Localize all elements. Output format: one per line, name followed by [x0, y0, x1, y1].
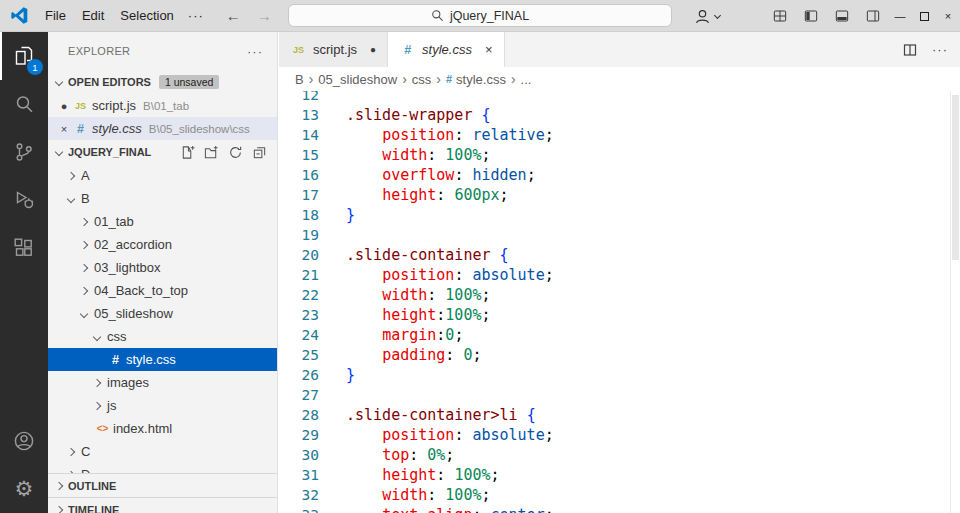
- tree-item[interactable]: 02_accordion: [48, 233, 277, 256]
- code-line[interactable]: 20.slide-container {: [279, 245, 950, 265]
- close-editor-icon[interactable]: ×: [56, 123, 72, 135]
- customize-layout-icon[interactable]: [764, 0, 795, 32]
- code-line[interactable]: 17 height: 600px;: [279, 185, 950, 205]
- open-editor-item[interactable]: ●JSscript.jsB\01_tab: [48, 94, 277, 117]
- open-editor-item[interactable]: ×#style.cssB\05_slideshow\css: [48, 117, 277, 140]
- activity-bar: 1 ⚙: [0, 32, 48, 513]
- code-line[interactable]: 29 position: absolute;: [279, 425, 950, 445]
- breadcrumb-item[interactable]: B: [295, 72, 304, 87]
- explorer-more-actions-icon[interactable]: ···: [247, 44, 263, 59]
- code-line[interactable]: 22 width: 100%;: [279, 285, 950, 305]
- open-editor-path: B\05_slideshow\css: [149, 123, 250, 135]
- code-line[interactable]: 18}: [279, 205, 950, 225]
- tab-label: style.css: [422, 42, 472, 57]
- code-line[interactable]: 13.slide-wrapper {: [279, 105, 950, 125]
- code-line[interactable]: 24 margin:0;: [279, 325, 950, 345]
- tree-item[interactable]: A: [48, 164, 277, 187]
- tree-item[interactable]: 03_lightbox: [48, 256, 277, 279]
- file-tree: AB01_tab02_accordion03_lightbox04_Back_t…: [48, 164, 277, 473]
- breadcrumb-item[interactable]: 05_slideshow: [318, 72, 397, 87]
- maximize-button[interactable]: [912, 0, 936, 32]
- code-text: position: relative;: [346, 126, 554, 144]
- breadcrumb-item[interactable]: #style.css: [446, 72, 506, 87]
- chevron-down-icon: [55, 78, 63, 86]
- code-text: margin:0;: [346, 326, 463, 344]
- forward-icon[interactable]: →: [257, 7, 272, 24]
- code-line[interactable]: 23 height:100%;: [279, 305, 950, 325]
- toggle-panel-icon[interactable]: [826, 0, 857, 32]
- split-editor-icon[interactable]: [902, 42, 918, 58]
- code-line[interactable]: 26}: [279, 365, 950, 385]
- menu-file[interactable]: File: [37, 5, 74, 26]
- code-line[interactable]: 28.slide-container>li {: [279, 405, 950, 425]
- menu-more-icon[interactable]: ···: [182, 5, 210, 26]
- tab-style-css[interactable]: #style.css×: [388, 32, 504, 67]
- tree-item[interactable]: js: [48, 394, 277, 417]
- refresh-icon[interactable]: [228, 145, 243, 160]
- tree-item[interactable]: B: [48, 187, 277, 210]
- code-line[interactable]: 16 overflow: hidden;: [279, 165, 950, 185]
- menu-selection[interactable]: Selection: [112, 5, 181, 26]
- run-debug-icon[interactable]: [0, 176, 48, 224]
- tree-item[interactable]: D: [48, 463, 277, 473]
- collapse-all-icon[interactable]: [252, 145, 267, 160]
- code-line[interactable]: 19: [279, 225, 950, 245]
- code-line[interactable]: 21 position: absolute;: [279, 265, 950, 285]
- scrollbar-thumb[interactable]: [952, 95, 959, 260]
- breadcrumb-item[interactable]: ...: [521, 72, 532, 87]
- tree-item[interactable]: <>index.html: [48, 417, 277, 440]
- code-line[interactable]: 27: [279, 385, 950, 405]
- css-file-icon: #: [107, 353, 124, 367]
- account-icon[interactable]: [0, 417, 48, 465]
- code-line[interactable]: 15 width: 100%;: [279, 145, 950, 165]
- minimize-button[interactable]: —: [888, 0, 912, 32]
- toggle-primary-sidebar-icon[interactable]: [795, 0, 826, 32]
- new-folder-icon[interactable]: [204, 145, 219, 160]
- tree-item[interactable]: #style.css: [48, 348, 277, 371]
- new-file-icon[interactable]: [180, 145, 195, 160]
- account-menu[interactable]: [693, 7, 720, 26]
- outline-header[interactable]: OUTLINE: [48, 473, 277, 497]
- tree-item[interactable]: 04_Back_to_top: [48, 279, 277, 302]
- tree-item[interactable]: 01_tab: [48, 210, 277, 233]
- line-number: 18: [279, 207, 319, 223]
- tab-script-js[interactable]: JSscript.js●: [279, 32, 388, 67]
- chevron-down-icon: [80, 309, 88, 317]
- code-line[interactable]: 14 position: relative;: [279, 125, 950, 145]
- tree-item[interactable]: 05_slideshow: [48, 302, 277, 325]
- command-center-search[interactable]: jQuery_FINAL: [288, 4, 672, 27]
- close-window-button[interactable]: ×: [936, 0, 960, 32]
- settings-gear-icon[interactable]: ⚙: [0, 465, 48, 513]
- code-line[interactable]: 32 width: 100%;: [279, 485, 950, 505]
- code-line[interactable]: 25 padding: 0;: [279, 345, 950, 365]
- explorer-icon[interactable]: 1: [0, 32, 48, 80]
- search-sidebar-icon[interactable]: [0, 80, 48, 128]
- source-control-icon[interactable]: [0, 128, 48, 176]
- close-tab-icon[interactable]: ×: [485, 42, 493, 57]
- chevron-right-icon: [80, 217, 88, 225]
- breadcrumb-item[interactable]: css: [412, 72, 432, 87]
- tree-item[interactable]: C: [48, 440, 277, 463]
- breadcrumb-label: 05_slideshow: [318, 72, 397, 87]
- timeline-header[interactable]: TIMELINE: [48, 497, 277, 513]
- tabs: JSscript.js●#style.css×: [279, 32, 505, 67]
- code-line[interactable]: 30 top: 0%;: [279, 445, 950, 465]
- extensions-icon[interactable]: [0, 224, 48, 272]
- code-line[interactable]: 31 height: 100%;: [279, 465, 950, 485]
- menu-edit[interactable]: Edit: [74, 5, 112, 26]
- sidebar-title: EXPLORER: [68, 45, 130, 57]
- unsaved-badge: 1 unsaved: [159, 75, 219, 89]
- tree-item[interactable]: css: [48, 325, 277, 348]
- editor-scrollbar[interactable]: [950, 91, 960, 513]
- code-line[interactable]: 12: [279, 91, 950, 105]
- back-icon[interactable]: ←: [226, 7, 241, 24]
- code-editor[interactable]: 1213.slide-wrapper {14 position: relativ…: [279, 91, 950, 513]
- open-editors-header[interactable]: OPEN EDITORS 1 unsaved: [48, 70, 277, 94]
- outline-label: OUTLINE: [68, 480, 116, 492]
- tree-item[interactable]: images: [48, 371, 277, 394]
- toggle-secondary-sidebar-icon[interactable]: [857, 0, 888, 32]
- editor-more-actions-icon[interactable]: ···: [932, 42, 948, 57]
- breadcrumb-separator: ›: [309, 71, 314, 87]
- code-line[interactable]: 33 text-align: center;: [279, 505, 950, 513]
- workspace-folder-header[interactable]: JQUERY_FINAL: [48, 140, 277, 164]
